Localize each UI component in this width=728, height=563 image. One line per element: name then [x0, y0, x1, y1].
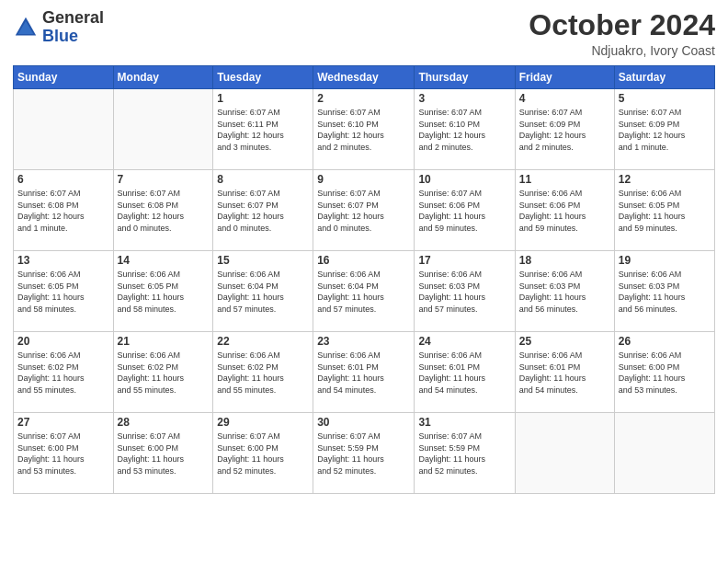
day-number: 18 — [519, 254, 610, 267]
day-number: 24 — [418, 335, 510, 348]
day-number: 7 — [118, 173, 210, 186]
day-info: Sunrise: 6:06 AM Sunset: 6:01 PM Dayligh… — [317, 350, 410, 396]
month-year-title: October 2024 — [529, 9, 715, 41]
day-info: Sunrise: 6:07 AM Sunset: 6:07 PM Dayligh… — [217, 188, 309, 234]
calendar-cell: 11Sunrise: 6:06 AM Sunset: 6:06 PM Dayli… — [515, 170, 614, 251]
calendar-cell: 28Sunrise: 6:07 AM Sunset: 6:00 PM Dayli… — [113, 413, 213, 494]
day-number: 20 — [17, 335, 109, 348]
day-info: Sunrise: 6:07 AM Sunset: 6:08 PM Dayligh… — [17, 188, 109, 234]
day-number: 30 — [317, 416, 410, 429]
calendar-cell: 4Sunrise: 6:07 AM Sunset: 6:09 PM Daylig… — [515, 89, 614, 170]
day-number: 13 — [17, 254, 109, 267]
day-number: 11 — [519, 173, 610, 186]
calendar-cell: 10Sunrise: 6:07 AM Sunset: 6:06 PM Dayli… — [415, 170, 515, 251]
calendar-cell: 3Sunrise: 6:07 AM Sunset: 6:10 PM Daylig… — [415, 89, 515, 170]
day-number: 31 — [418, 416, 510, 429]
weekday-header-friday: Friday — [515, 66, 614, 89]
day-info: Sunrise: 6:06 AM Sunset: 6:01 PM Dayligh… — [519, 350, 610, 396]
day-number: 10 — [418, 173, 510, 186]
day-number: 14 — [118, 254, 210, 267]
day-number: 25 — [519, 335, 610, 348]
logo: General Blue — [13, 9, 104, 46]
title-block: October 2024 Ndjuakro, Ivory Coast — [529, 9, 715, 58]
day-info: Sunrise: 6:07 AM Sunset: 6:00 PM Dayligh… — [118, 431, 210, 477]
logo-text: General Blue — [42, 9, 104, 46]
calendar-cell: 31Sunrise: 6:07 AM Sunset: 5:59 PM Dayli… — [415, 413, 515, 494]
day-info: Sunrise: 6:07 AM Sunset: 6:06 PM Dayligh… — [418, 188, 510, 234]
calendar-cell — [14, 89, 114, 170]
calendar-cell: 20Sunrise: 6:06 AM Sunset: 6:02 PM Dayli… — [14, 332, 114, 413]
calendar-cell: 7Sunrise: 6:07 AM Sunset: 6:08 PM Daylig… — [113, 170, 213, 251]
calendar-cell: 24Sunrise: 6:06 AM Sunset: 6:01 PM Dayli… — [415, 332, 515, 413]
calendar-cell: 6Sunrise: 6:07 AM Sunset: 6:08 PM Daylig… — [14, 170, 114, 251]
calendar-cell: 23Sunrise: 6:06 AM Sunset: 6:01 PM Dayli… — [313, 332, 415, 413]
day-info: Sunrise: 6:06 AM Sunset: 6:05 PM Dayligh… — [619, 188, 711, 234]
day-info: Sunrise: 6:07 AM Sunset: 6:00 PM Dayligh… — [217, 431, 309, 477]
day-info: Sunrise: 6:06 AM Sunset: 6:06 PM Dayligh… — [519, 188, 610, 234]
day-number: 9 — [317, 173, 410, 186]
day-info: Sunrise: 6:07 AM Sunset: 6:09 PM Dayligh… — [519, 107, 610, 153]
day-info: Sunrise: 6:06 AM Sunset: 6:01 PM Dayligh… — [418, 350, 510, 396]
day-info: Sunrise: 6:07 AM Sunset: 6:10 PM Dayligh… — [418, 107, 510, 153]
day-info: Sunrise: 6:06 AM Sunset: 6:02 PM Dayligh… — [17, 350, 109, 396]
calendar-cell: 5Sunrise: 6:07 AM Sunset: 6:09 PM Daylig… — [614, 89, 714, 170]
calendar-week-row: 1Sunrise: 6:07 AM Sunset: 6:11 PM Daylig… — [14, 89, 715, 170]
day-number: 2 — [317, 92, 410, 105]
day-info: Sunrise: 6:07 AM Sunset: 6:10 PM Dayligh… — [317, 107, 410, 153]
weekday-header-saturday: Saturday — [614, 66, 714, 89]
day-number: 16 — [317, 254, 410, 267]
day-number: 26 — [619, 335, 711, 348]
day-info: Sunrise: 6:06 AM Sunset: 6:02 PM Dayligh… — [118, 350, 210, 396]
calendar-cell: 1Sunrise: 6:07 AM Sunset: 6:11 PM Daylig… — [213, 89, 313, 170]
weekday-header-row: SundayMondayTuesdayWednesdayThursdayFrid… — [14, 66, 715, 89]
day-number: 23 — [317, 335, 410, 348]
day-info: Sunrise: 6:06 AM Sunset: 6:03 PM Dayligh… — [418, 269, 510, 315]
calendar-week-row: 20Sunrise: 6:06 AM Sunset: 6:02 PM Dayli… — [14, 332, 715, 413]
day-number: 6 — [17, 173, 109, 186]
day-number: 27 — [17, 416, 109, 429]
day-number: 1 — [217, 92, 309, 105]
calendar-cell: 2Sunrise: 6:07 AM Sunset: 6:10 PM Daylig… — [313, 89, 415, 170]
page-header: General Blue October 2024 Ndjuakro, Ivor… — [13, 9, 715, 58]
day-number: 3 — [418, 92, 510, 105]
calendar-table: SundayMondayTuesdayWednesdayThursdayFrid… — [13, 65, 715, 494]
weekday-header-thursday: Thursday — [415, 66, 515, 89]
weekday-header-monday: Monday — [113, 66, 213, 89]
calendar-cell: 8Sunrise: 6:07 AM Sunset: 6:07 PM Daylig… — [213, 170, 313, 251]
day-number: 17 — [418, 254, 510, 267]
calendar-cell — [614, 413, 714, 494]
day-info: Sunrise: 6:06 AM Sunset: 6:04 PM Dayligh… — [217, 269, 309, 315]
calendar-cell: 30Sunrise: 6:07 AM Sunset: 5:59 PM Dayli… — [313, 413, 415, 494]
day-number: 8 — [217, 173, 309, 186]
weekday-header-sunday: Sunday — [14, 66, 114, 89]
calendar-cell: 17Sunrise: 6:06 AM Sunset: 6:03 PM Dayli… — [415, 251, 515, 332]
calendar-cell: 27Sunrise: 6:07 AM Sunset: 6:00 PM Dayli… — [14, 413, 114, 494]
day-info: Sunrise: 6:07 AM Sunset: 5:59 PM Dayligh… — [317, 431, 410, 477]
day-number: 28 — [118, 416, 210, 429]
calendar-week-row: 13Sunrise: 6:06 AM Sunset: 6:05 PM Dayli… — [14, 251, 715, 332]
calendar-body: 1Sunrise: 6:07 AM Sunset: 6:11 PM Daylig… — [14, 89, 715, 494]
calendar-cell — [515, 413, 614, 494]
day-info: Sunrise: 6:06 AM Sunset: 6:03 PM Dayligh… — [519, 269, 610, 315]
day-number: 15 — [217, 254, 309, 267]
day-number: 21 — [118, 335, 210, 348]
calendar-cell: 14Sunrise: 6:06 AM Sunset: 6:05 PM Dayli… — [113, 251, 213, 332]
calendar-cell: 19Sunrise: 6:06 AM Sunset: 6:03 PM Dayli… — [614, 251, 714, 332]
day-info: Sunrise: 6:07 AM Sunset: 6:08 PM Dayligh… — [118, 188, 210, 234]
logo-icon — [13, 15, 39, 40]
day-number: 22 — [217, 335, 309, 348]
day-number: 29 — [217, 416, 309, 429]
day-info: Sunrise: 6:07 AM Sunset: 6:11 PM Dayligh… — [217, 107, 309, 153]
day-number: 5 — [619, 92, 711, 105]
calendar-cell: 18Sunrise: 6:06 AM Sunset: 6:03 PM Dayli… — [515, 251, 614, 332]
calendar-cell — [113, 89, 213, 170]
weekday-header-tuesday: Tuesday — [213, 66, 313, 89]
day-info: Sunrise: 6:07 AM Sunset: 5:59 PM Dayligh… — [418, 431, 510, 477]
calendar-cell: 25Sunrise: 6:06 AM Sunset: 6:01 PM Dayli… — [515, 332, 614, 413]
day-info: Sunrise: 6:06 AM Sunset: 6:02 PM Dayligh… — [217, 350, 309, 396]
calendar-cell: 12Sunrise: 6:06 AM Sunset: 6:05 PM Dayli… — [614, 170, 714, 251]
day-info: Sunrise: 6:07 AM Sunset: 6:00 PM Dayligh… — [17, 431, 109, 477]
calendar-cell: 9Sunrise: 6:07 AM Sunset: 6:07 PM Daylig… — [313, 170, 415, 251]
calendar-header: SundayMondayTuesdayWednesdayThursdayFrid… — [14, 66, 715, 89]
location-subtitle: Ndjuakro, Ivory Coast — [529, 43, 715, 58]
